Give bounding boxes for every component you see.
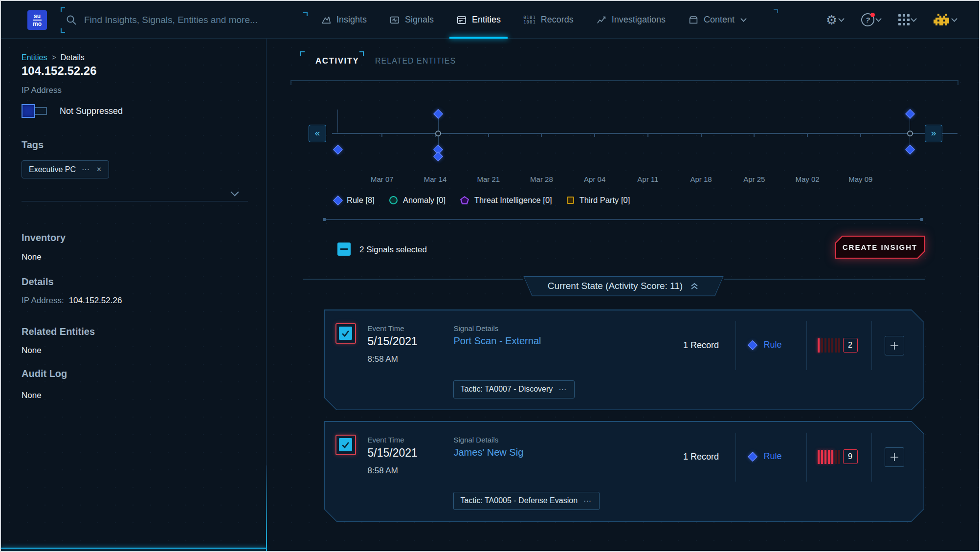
legend-rule[interactable]: Rule [8] (334, 196, 375, 205)
audit-log-heading: Audit Log (22, 368, 67, 379)
signal-marker-diamond[interactable] (905, 145, 915, 155)
records-icon: 0101 1001 (523, 16, 536, 24)
timeline-tick (701, 133, 702, 137)
investigations-icon (596, 15, 607, 25)
help-glyph: ? (866, 16, 870, 24)
tactic-tag[interactable]: Tactic: TA0005 - Defense Evasion ⋯ (453, 492, 600, 510)
rule-type-icon (748, 452, 757, 462)
timeline-date-label: Mar 14 (413, 175, 457, 183)
help-button[interactable]: ? (861, 13, 881, 26)
tag-chip[interactable]: Executive PC ⋯ ✕ (22, 160, 109, 178)
card-divider (806, 433, 807, 482)
signal-checkbox[interactable] (335, 323, 356, 344)
timeline-date-label: Mar 28 (519, 175, 563, 183)
current-state-label: Current State (Activity Score: 11) (548, 281, 683, 291)
tab-activity[interactable]: ACTIVITY (315, 54, 359, 68)
tactic-label: Tactic: TA0007 - Discovery (461, 385, 553, 394)
signal-marker-diamond[interactable] (905, 109, 915, 119)
current-state-header[interactable]: Current State (Activity Score: 11) (523, 276, 724, 296)
legend-threat-intelligence[interactable]: Threat Intelligence [0] (460, 196, 552, 205)
legend-third-party[interactable]: Third Party [0] (567, 196, 630, 205)
severity-bar (821, 338, 823, 353)
current-state-line (724, 279, 925, 280)
tag-chip-label: Executive PC (29, 165, 76, 174)
primary-nav: Insights Signals Entities (321, 1, 746, 39)
timeline-date-label: Mar 21 (467, 175, 511, 183)
nav-item-content[interactable]: Content (688, 1, 746, 39)
global-search[interactable] (66, 10, 300, 30)
create-insight-wrap: CREATE INSIGHT (835, 236, 925, 259)
tab-label: ACTIVITY (315, 56, 359, 66)
severity-bar (838, 338, 840, 353)
gear-icon: ⚙ (826, 14, 837, 26)
legend-anomaly[interactable]: Anomaly [0] (389, 196, 445, 205)
card-divider (871, 321, 872, 370)
nav-label: Records (541, 15, 574, 25)
entities-icon (456, 15, 467, 25)
event-time: 8:58 AM (368, 466, 398, 476)
logo-text-bottom: mo (33, 21, 42, 27)
nav-item-insights[interactable]: Insights (321, 1, 367, 39)
tactic-tag[interactable]: Tactic: TA0007 - Discovery ⋯ (453, 380, 575, 398)
more-options-icon[interactable]: ⋯ (82, 165, 90, 174)
collapse-chevron-icon[interactable] (231, 188, 239, 197)
signal-name-link[interactable]: James' New Sig (454, 447, 524, 458)
selection-count-label: 2 Signals selected (359, 245, 427, 255)
more-options-icon[interactable]: ⋯ (558, 385, 567, 394)
expand-signal-button[interactable] (885, 447, 904, 467)
threat-pentagon-icon (460, 196, 469, 204)
sidebar-divider (22, 201, 248, 201)
content-icon (688, 15, 699, 25)
plus-icon (890, 341, 899, 351)
timeline-next-button[interactable]: » (925, 125, 942, 142)
signal-marker-diamond[interactable] (333, 145, 343, 155)
chevron-down-icon (740, 16, 747, 22)
timeline-date-label: May 09 (839, 175, 883, 183)
signal-name-link[interactable]: Port Scan - External (454, 335, 541, 347)
timeline-date-label: Mar 07 (360, 175, 404, 183)
create-insight-button[interactable]: CREATE INSIGHT (835, 236, 925, 259)
search-input[interactable] (84, 15, 300, 25)
select-all-checkbox[interactable] (337, 243, 351, 256)
severity-bar (835, 338, 837, 353)
related-entities-value: None (22, 346, 42, 355)
signal-checkbox[interactable] (335, 435, 356, 455)
apps-button[interactable] (898, 14, 916, 25)
nav-item-investigations[interactable]: Investigations (596, 1, 666, 39)
timeline-legend: Rule [8] Anomaly [0] Threat Intelligence… (334, 196, 630, 205)
nav-item-signals[interactable]: Signals (389, 1, 434, 39)
signal-type-label: Rule (764, 451, 782, 462)
timeline-date-label: Apr 25 (732, 175, 776, 183)
severity-bar (828, 450, 830, 464)
nav-label: Content (704, 15, 735, 25)
nav-item-entities[interactable]: Entities (456, 1, 501, 39)
signal-marker-diamond[interactable] (434, 109, 444, 119)
current-state-line (303, 279, 523, 280)
nav-label: Investigations (612, 15, 666, 25)
sidebar-bottom-accent (1, 548, 267, 549)
double-chevron-right-icon: » (931, 128, 936, 138)
records-icon-row: 1001 (523, 20, 536, 24)
timeline-prev-button[interactable]: « (309, 125, 326, 142)
suppression-toggle-box[interactable] (22, 104, 35, 118)
chevron-down-icon (911, 16, 917, 22)
expand-signal-button[interactable] (885, 336, 904, 355)
notification-dot (870, 13, 875, 17)
severity-count: 9 (843, 449, 858, 464)
tab-related-entities[interactable]: RELATED ENTITIES (375, 54, 456, 68)
suppression-toggle[interactable]: Not Suppressed (22, 104, 123, 118)
settings-button[interactable]: ⚙ (826, 14, 844, 26)
timeline-tick (488, 133, 489, 137)
more-options-icon[interactable]: ⋯ (583, 496, 592, 506)
signal-marker-diamond[interactable] (434, 152, 444, 161)
card-divider (806, 321, 807, 370)
sumo-logic-logo[interactable]: su mo (27, 10, 47, 30)
timeline-node[interactable] (907, 131, 913, 136)
nav-item-records[interactable]: 0101 1001 Records (523, 1, 574, 39)
suppression-toggle-tab (35, 107, 47, 115)
avatar-icon (934, 14, 950, 26)
account-button[interactable] (934, 14, 957, 26)
breadcrumb-entities-link[interactable]: Entities (22, 53, 47, 62)
timeline-node[interactable] (435, 131, 441, 136)
close-icon[interactable]: ✕ (96, 166, 102, 173)
